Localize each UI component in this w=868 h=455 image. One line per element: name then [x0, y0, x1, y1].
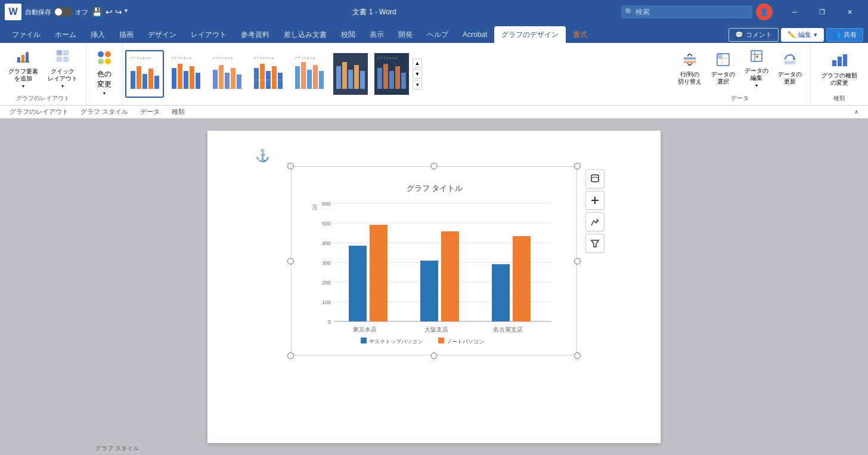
tab-insert[interactable]: 挿入 [83, 26, 112, 43]
tab-help[interactable]: ヘルプ [420, 26, 455, 43]
svg-rect-55 [360, 71, 365, 89]
edit-icon: ✏️ [788, 31, 796, 39]
color-change-button[interactable]: 色の変更 ▾ [91, 47, 117, 98]
tab-view[interactable]: 表示 [362, 26, 391, 43]
chart-style-3[interactable]: グラフスタイル [207, 50, 246, 98]
quick-layout-button[interactable]: クイックレイアウト ▾ [44, 47, 81, 91]
svg-rect-7 [57, 57, 62, 62]
scroll-up-arrow[interactable]: ▲ [413, 58, 422, 68]
layout-float-button[interactable] [585, 169, 604, 188]
scroll-more-arrow[interactable]: ▾ [413, 80, 422, 89]
tab-review[interactable]: 校閲 [334, 26, 362, 43]
ribbon-collapse-arrow[interactable]: ∧ [854, 109, 858, 115]
edit-data-dropdown: ▾ [755, 83, 758, 88]
data-group-label: データ [674, 92, 805, 103]
filter-float-button[interactable] [585, 234, 604, 253]
chart-title-text: グラフ タイトル [407, 184, 463, 193]
more-icon[interactable]: ▾ [125, 7, 128, 17]
type-group-items: グラフの種類の変更 [818, 45, 861, 92]
autosave-toggle[interactable] [54, 7, 73, 17]
tab-design[interactable]: デザイン [141, 26, 184, 43]
svg-rect-26 [213, 70, 218, 89]
edit-button[interactable]: ✏️ 編集 ▾ [781, 28, 824, 42]
handle-bottom-left[interactable] [287, 352, 294, 359]
add-element-float-button[interactable] [585, 191, 604, 210]
chart-selection-container[interactable]: ⚓ グラフ タイトル 万 [291, 166, 577, 355]
svg-rect-8 [63, 57, 69, 62]
comment-button[interactable]: 💬 コメント [728, 28, 779, 42]
restore-button[interactable]: ❐ [808, 0, 836, 24]
handle-top-right[interactable] [574, 163, 581, 169]
add-element-button[interactable]: + グラフ要素を追加 ▾ [5, 47, 42, 91]
svg-text:グラフスタイル: グラフスタイル [253, 56, 274, 60]
bar-nagoya-laptop [513, 236, 531, 321]
chart-style-4[interactable]: グラフスタイル [249, 50, 287, 98]
change-chart-type-icon [831, 51, 848, 71]
tab-dev[interactable]: 開発 [391, 26, 420, 43]
chart-style-7[interactable]: グラフスタイル [372, 50, 411, 98]
minimize-button[interactable]: ─ [781, 0, 808, 24]
add-element-dropdown: ▾ [22, 83, 24, 89]
tab-layout[interactable]: レイアウト [184, 26, 234, 43]
avatar[interactable]: 👤 [756, 4, 773, 20]
tab-home[interactable]: ホーム [48, 26, 83, 43]
chart-inner[interactable]: グラフ タイトル 万 600 500 400 [291, 166, 577, 355]
handle-top-left[interactable] [287, 163, 294, 169]
select-data-button[interactable]: データの選択 [708, 50, 739, 88]
graph-layout-group-label: グラフのレイアウト [5, 92, 81, 103]
chart-svg: グラフ タイトル 万 600 500 400 [301, 177, 568, 343]
svg-rect-20 [172, 68, 176, 89]
footer-chart-styles[interactable]: グラフ スタイル [80, 107, 128, 116]
chart-styles-group: グラフスタイル グラフスタイル [123, 43, 669, 105]
tab-acrobat[interactable]: Acrobat [455, 26, 494, 43]
svg-rect-23 [190, 66, 194, 89]
style-float-button[interactable] [585, 212, 604, 231]
handle-top-mid[interactable] [431, 163, 438, 169]
tab-draw[interactable]: 描画 [112, 26, 141, 43]
word-icon: W [5, 4, 21, 20]
save-icon[interactable]: 💾 [92, 7, 102, 17]
tab-mailings[interactable]: 差し込み文書 [277, 26, 334, 43]
search-input[interactable] [621, 5, 752, 18]
switch-rowcol-icon [683, 52, 697, 70]
svg-rect-22 [184, 71, 188, 89]
footer-graph-layout[interactable]: グラフのレイアウト [10, 107, 69, 116]
tab-references[interactable]: 参考資料 [234, 26, 277, 43]
handle-bottom-mid[interactable] [431, 352, 438, 359]
handle-mid-right[interactable] [574, 258, 581, 264]
scroll-down-arrow[interactable]: ▼ [413, 69, 422, 79]
color-change-label: 色の変更 [97, 69, 111, 89]
redo-icon[interactable]: ↪ [115, 7, 122, 17]
svg-text:200: 200 [322, 280, 331, 286]
svg-rect-5 [57, 50, 62, 55]
share-button[interactable]: 👥 共有 [826, 28, 863, 42]
switch-rowcol-button[interactable]: 行/列の切り替え [674, 50, 705, 88]
chart-style-2[interactable]: グラフスタイル [166, 50, 205, 98]
edit-data-button[interactable]: データの編集 ▾ [741, 47, 772, 91]
bar-tokyo-desktop [349, 246, 367, 321]
svg-text:名古屋支店: 名古屋支店 [493, 326, 523, 333]
doc-area: ⚓ グラフ タイトル 万 [0, 119, 868, 455]
svg-rect-40 [301, 62, 306, 89]
chart-style-1[interactable]: グラフスタイル [125, 50, 164, 98]
change-chart-type-button[interactable]: グラフの種類の変更 [818, 48, 861, 89]
ribbon-footer: グラフのレイアウト グラフ スタイル データ 種類 ∧ [0, 106, 868, 119]
tab-chart-design[interactable]: グラフのデザイン [494, 26, 566, 43]
tab-file[interactable]: ファイル [5, 26, 48, 43]
tab-format[interactable]: 書式 [566, 26, 594, 43]
handle-bottom-right[interactable] [574, 352, 581, 359]
footer-data[interactable]: データ [140, 107, 160, 116]
close-button[interactable]: ✕ [836, 0, 863, 24]
svg-rect-35 [272, 66, 277, 89]
svg-text:グラフスタイル: グラフスタイル [212, 56, 233, 60]
footer-type[interactable]: 種類 [172, 107, 185, 116]
refresh-data-button[interactable]: データの更新 [774, 50, 805, 88]
chart-style-6[interactable]: グラフスタイル [331, 50, 370, 98]
titlebar: W 自動保存 オフ 💾 ↩ ↪ ▾ 文書 1 - Word 🔍 👤 ─ ❐ ✕ [0, 0, 868, 24]
share-icon: 👥 [833, 31, 841, 39]
handle-mid-left[interactable] [287, 258, 294, 264]
chart-style-5[interactable]: グラフスタイル [290, 50, 328, 98]
quick-layout-label: クイックレイアウト [48, 68, 78, 82]
undo-icon[interactable]: ↩ [106, 7, 113, 17]
chart-float-tools [585, 169, 604, 253]
